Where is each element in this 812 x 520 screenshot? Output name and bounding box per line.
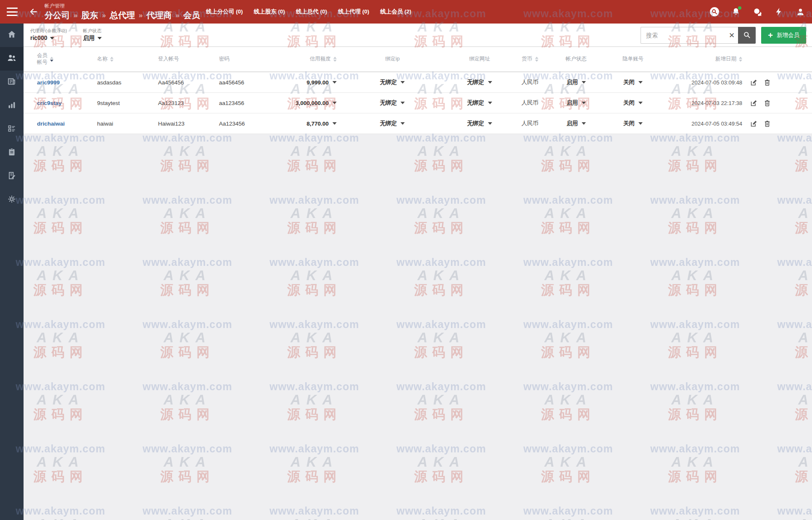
col-label: 隐单账号	[622, 56, 643, 63]
clipboard-icon	[7, 147, 17, 159]
sidebar-item-report-edit[interactable]	[0, 165, 24, 188]
filter-toolbar: 代理商 (余额浮动) ric000 帐户状态 启用 ✕	[24, 24, 812, 47]
breadcrumb-separator: »	[175, 11, 179, 20]
table-row: cric9stay 9staytest Aa123123 aa123456 3,…	[24, 93, 812, 113]
dropdown-caret-icon[interactable]	[332, 102, 337, 104]
add-member-button[interactable]: + 新增会员	[761, 27, 806, 44]
add-member-label: 新增会员	[777, 32, 799, 39]
sidebar-item-news[interactable]	[0, 71, 24, 94]
dropdown-caret-icon[interactable]	[488, 122, 492, 125]
tab-online-member[interactable]: 线上会员 (2)	[380, 8, 411, 16]
member-account-link[interactable]: cric9stay	[37, 100, 62, 106]
search-input[interactable]	[641, 27, 738, 44]
hamburger-menu-icon[interactable]	[7, 8, 18, 16]
col-label: 密码	[219, 56, 229, 63]
edit-icon[interactable]	[749, 78, 758, 87]
edit-icon[interactable]	[749, 98, 758, 108]
cell-date: 2024-07-05 03:09:48	[662, 79, 742, 86]
dropdown-caret-icon[interactable]	[332, 122, 337, 125]
col-header-currency[interactable]: 货币	[511, 56, 549, 63]
dropdown-caret-icon[interactable]	[638, 122, 643, 125]
dropdown-caret-icon[interactable]	[582, 102, 586, 104]
tab-online-branch[interactable]: 线上分公司 (0)	[206, 8, 243, 16]
edit-icon[interactable]	[749, 119, 758, 128]
account-status-filter-value: 启用	[83, 34, 95, 42]
search-button[interactable]	[738, 27, 756, 44]
cell-name: haiwai	[97, 121, 158, 127]
gear-icon	[7, 194, 17, 206]
dropdown-caret-icon[interactable]	[332, 81, 337, 84]
plus-icon: +	[768, 31, 773, 39]
breadcrumb-separator: »	[139, 11, 142, 20]
members-icon	[6, 53, 17, 65]
col-header-name[interactable]: 名称	[97, 56, 158, 63]
breadcrumb-item[interactable]: 会员	[183, 11, 200, 20]
member-account-link[interactable]: aric9999	[37, 79, 60, 86]
cell-name: asdasdas	[97, 79, 158, 86]
agent-filter-dropdown[interactable]: ric000	[30, 34, 67, 42]
dropdown-caret-icon[interactable]	[582, 81, 586, 84]
delete-icon[interactable]	[762, 119, 772, 128]
sidebar-item-reports-chart[interactable]	[0, 94, 24, 118]
breadcrumb-item[interactable]: 分公司	[45, 11, 70, 20]
dropdown-caret-icon[interactable]	[401, 122, 405, 125]
col-label: 新增日期	[715, 56, 736, 63]
cell-name: 9staytest	[97, 100, 158, 106]
delete-icon[interactable]	[762, 98, 772, 108]
dropdown-caret-icon[interactable]	[488, 81, 492, 84]
breadcrumb-item[interactable]: 股东	[81, 11, 98, 20]
col-header-create-date[interactable]: 新增日期	[662, 56, 742, 63]
cell-bind-ip: 无绑定	[380, 79, 397, 86]
col-header-member-account[interactable]: 会员 帐号	[24, 53, 97, 66]
breadcrumb-item[interactable]: 代理商	[146, 11, 171, 20]
col-header-credit[interactable]: 信用额度	[272, 56, 337, 63]
chevron-down-icon	[98, 37, 102, 39]
notifications-bell-icon[interactable]	[731, 7, 741, 17]
chat-icon[interactable]	[752, 7, 762, 17]
tab-online-master-agent[interactable]: 线上总代 (0)	[296, 8, 327, 16]
dropdown-caret-icon[interactable]	[401, 81, 405, 84]
dropdown-caret-icon[interactable]	[582, 122, 586, 125]
search-circle-icon[interactable]	[709, 7, 720, 17]
back-arrow-icon[interactable]	[27, 5, 40, 18]
breadcrumb-item[interactable]: 总代理	[110, 11, 135, 20]
cell-credit: 8,770.00	[306, 121, 329, 127]
sidebar-item-list[interactable]	[0, 118, 24, 141]
table-row: drichaiwai haiwai Haiwai123 Aa123456 8,7…	[24, 113, 812, 134]
user-account-icon[interactable]	[795, 7, 805, 17]
cell-bind-ip: 无绑定	[380, 120, 397, 127]
delete-icon[interactable]	[762, 78, 772, 87]
bar-chart-icon	[7, 100, 17, 112]
dropdown-caret-icon[interactable]	[488, 102, 492, 104]
sidebar-item-clipboard[interactable]	[0, 141, 24, 165]
dropdown-caret-icon[interactable]	[638, 102, 643, 104]
dropdown-caret-icon[interactable]	[638, 81, 643, 84]
sort-icons	[110, 57, 113, 62]
cell-credit: 3,000,000.00	[295, 100, 329, 106]
agent-filter: 代理商 (余额浮动) ric000	[30, 28, 67, 42]
lightning-icon[interactable]	[774, 7, 784, 17]
tab-online-shareholder[interactable]: 线上股东 (0)	[254, 8, 285, 16]
online-level-tabs: 线上分公司 (0) 线上股东 (0) 线上总代 (0) 线上代理 (0) 线上会…	[206, 0, 411, 24]
cell-credit: 9,999.00	[306, 79, 329, 86]
dropdown-caret-icon[interactable]	[401, 102, 405, 104]
member-account-link[interactable]: drichaiwai	[37, 121, 65, 127]
sidebar-item-members[interactable]	[0, 47, 24, 71]
col-header-bind-url: 绑定网址	[448, 56, 511, 63]
sidebar-item-settings[interactable]	[0, 188, 24, 212]
col-label: 绑定网址	[469, 56, 490, 63]
list-layout-icon	[7, 123, 17, 135]
tab-online-agent[interactable]: 线上代理 (0)	[338, 8, 369, 16]
sidebar-item-home[interactable]	[0, 24, 24, 47]
chevron-down-icon	[50, 37, 54, 39]
cell-date: 2024-07-05 03:49:54	[662, 121, 742, 127]
col-label: 信用额度	[310, 56, 331, 63]
col-label: 会员	[37, 53, 47, 59]
cell-status: 启用	[567, 120, 578, 127]
cell-login: Haiwai123	[158, 121, 219, 127]
col-header-account-status: 帐户状态	[549, 56, 604, 63]
clear-search-icon[interactable]: ✕	[729, 31, 735, 40]
cell-currency: 人民币	[511, 120, 549, 127]
sidebar	[0, 24, 24, 520]
account-status-filter-dropdown[interactable]: 启用	[83, 34, 102, 42]
